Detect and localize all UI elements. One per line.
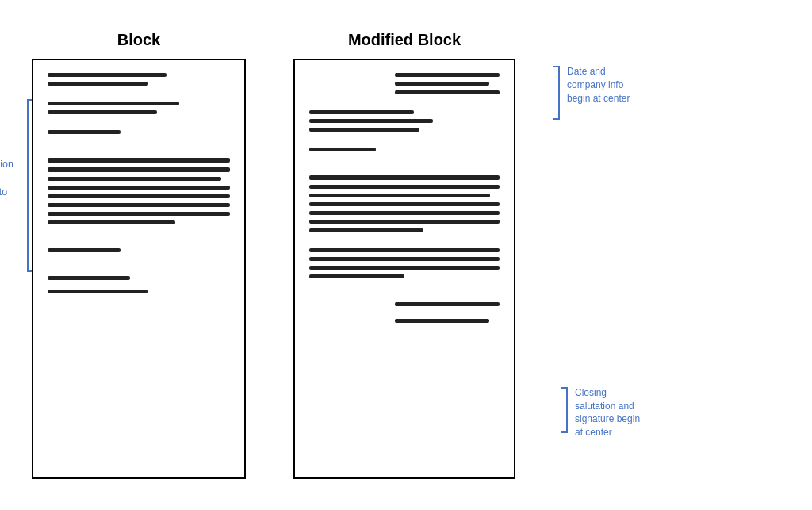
- modified-annotation-top: Date and company info begin at center: [551, 65, 638, 124]
- block-annotation-label: All information begins flushed to the le…: [0, 144, 20, 228]
- modified-annotation-bottom-label: Closing salutation and signature begin a…: [575, 386, 646, 439]
- modified-bracket-bottom-icon: [559, 386, 572, 437]
- modified-block-title: Modified Block: [348, 31, 461, 49]
- modified-annotation-bottom: Closing salutation and signature begin a…: [559, 386, 646, 439]
- modified-block-letter: [293, 59, 515, 479]
- modified-bracket-top-icon: [551, 65, 564, 124]
- block-column: Block All information begins flushed to …: [32, 31, 246, 479]
- modified-block-column: Modified Block: [293, 31, 515, 479]
- block-title: Block: [117, 31, 160, 49]
- block-letter: [32, 59, 246, 479]
- block-annotation: All information begins flushed to the le…: [0, 98, 36, 273]
- main-container: Block All information begins flushed to …: [0, 15, 812, 495]
- modified-annotation-top-label: Date and company info begin at center: [567, 65, 638, 105]
